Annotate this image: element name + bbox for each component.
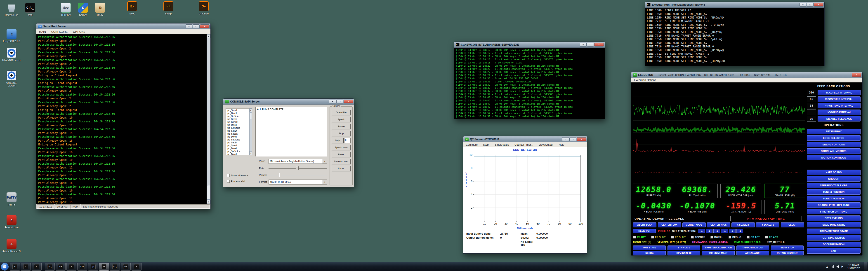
action-center-icon[interactable]: ⚑ bbox=[841, 265, 843, 268]
close-button[interactable]: × bbox=[814, 3, 824, 6]
feedback-value-field[interactable]: 65 bbox=[807, 96, 816, 102]
open-file-button[interactable]: Open File bbox=[332, 110, 350, 115]
rpc-list-item[interactable]: rpc_SetSr bbox=[227, 118, 249, 121]
close-button[interactable]: × bbox=[577, 137, 586, 141]
rpc-list-item[interactable]: rpc_SetVoice bbox=[227, 115, 249, 118]
menu-item[interactable]: CONFIGURE bbox=[51, 30, 68, 34]
scan-button[interactable]: ABORT SCAN bbox=[633, 223, 656, 228]
desktop-icon-recycle-bin[interactable]: Recycle Bin bbox=[2, 3, 21, 16]
tool-button[interactable]: DOCUMENTATION bbox=[807, 242, 861, 247]
rpc-call-listbox[interactable]: ▲ ▼ rpc_Speakrpc_Dwellrpc_SetVoicerpc_Se… bbox=[225, 108, 252, 155]
state-checkbox[interactable]: FB ACT bbox=[765, 236, 778, 238]
process-xml-checkbox[interactable]: Process XML bbox=[227, 180, 246, 183]
tool-button[interactable]: XAFS SCANS bbox=[807, 170, 861, 175]
feedback-value-field[interactable]: 300 bbox=[807, 90, 816, 95]
volume-icon[interactable] bbox=[836, 265, 839, 268]
desktop-icon-graphedit[interactable]: Ge GraphEd bbox=[193, 1, 214, 15]
sapi-titlebar[interactable]: ♪ CONSOLE SAPI Server – □ × bbox=[223, 99, 354, 105]
rpc-list-item[interactable]: rpc_Speak bbox=[227, 109, 249, 112]
scroll-up-icon[interactable]: ▲ bbox=[207, 34, 211, 38]
tool-button[interactable]: DPT LEVELING bbox=[807, 215, 861, 221]
tool-button[interactable]: RECOVER TUNE STATE bbox=[807, 229, 861, 234]
chevron-down-icon[interactable]: ▼ bbox=[322, 159, 327, 164]
window-taskbar-button[interactable]: Ex bbox=[99, 263, 109, 271]
control-button[interactable]: MI2 SCINT MAST bbox=[702, 251, 735, 256]
scan-button[interactable]: Y SCALE: 5 bbox=[756, 223, 779, 228]
control-button[interactable]: ROTARY SHUTTER bbox=[771, 251, 804, 256]
desktop-icon-acrobat[interactable]: a Acrobat.com bbox=[2, 215, 21, 229]
tool-button[interactable]: GET RING STATUS bbox=[807, 235, 861, 240]
listbox-scrollbar[interactable]: ▲ ▼ bbox=[249, 108, 252, 155]
state-checkbox[interactable]: FE SHUT bbox=[651, 236, 666, 238]
close-button[interactable]: × bbox=[200, 24, 210, 28]
control-button[interactable]: SYN VOICE bbox=[668, 245, 700, 250]
redis-titlebar[interactable]: C:\ C:\NEWCON_INTEL\BIN\REDIS-SERVER.EXE… bbox=[454, 42, 604, 48]
maximize-button[interactable]: □ bbox=[336, 100, 343, 103]
tool-button[interactable]: FINE PITCH DPT TUNE bbox=[807, 209, 861, 214]
minimize-button[interactable]: – bbox=[186, 24, 192, 28]
desktop-icon-putty[interactable]: PuTTY PuTTY bbox=[2, 193, 21, 206]
desktop-icon-tftpsrv[interactable]: Srv TFTPSrv bbox=[57, 3, 75, 16]
executor-titlebar[interactable]: E EXECUTOR Current Script: C:\CONHEAP\KO… bbox=[631, 72, 862, 78]
maximize-button[interactable]: □ bbox=[193, 24, 199, 28]
desktop-icon-exec[interactable]: Ex Exec bbox=[122, 1, 143, 15]
checkbox-icon[interactable] bbox=[710, 236, 713, 238]
minimize-button[interactable]: – bbox=[800, 3, 806, 6]
control-button[interactable]: BEAM STOP bbox=[771, 245, 804, 250]
attenuation-value-box[interactable]: -1 bbox=[737, 229, 743, 233]
attenuation-value-box[interactable]: -1 bbox=[706, 229, 712, 233]
desktop-icon-cmd[interactable]: C:\_ cmd bbox=[21, 3, 39, 16]
menu-item[interactable]: Help bbox=[558, 143, 565, 146]
close-button[interactable]: × bbox=[344, 100, 353, 103]
desktop-icon-interp[interactable]: Int Interp bbox=[158, 1, 179, 15]
menu-execution-options[interactable]: Execution Options bbox=[633, 78, 656, 82]
menu-item[interactable]: View/Output bbox=[538, 143, 554, 146]
attenuation-value-box[interactable]: -1 bbox=[698, 229, 705, 233]
control-button[interactable]: DEBUG bbox=[633, 251, 666, 256]
network-icon[interactable] bbox=[831, 265, 834, 268]
feedback-value-field[interactable]: 35 bbox=[807, 103, 816, 108]
rpc-list-item[interactable]: rpc_Dwell bbox=[227, 147, 249, 150]
pinned-app-button[interactable]: e bbox=[32, 263, 41, 271]
control-button[interactable]: SHUTTER CALIBRATION bbox=[702, 245, 735, 250]
checkbox-icon[interactable] bbox=[671, 236, 674, 238]
rpc-list-item[interactable]: rpc_SetVoice bbox=[227, 150, 249, 153]
window-taskbar-button[interactable]: N bbox=[131, 263, 142, 271]
tool-button[interactable]: CHOOCH bbox=[807, 176, 861, 181]
minimize-button[interactable]: – bbox=[562, 137, 569, 141]
maximize-button[interactable]: □ bbox=[569, 137, 576, 141]
skip-spinner[interactable]: 0 bbox=[344, 138, 350, 143]
slider-thumb[interactable] bbox=[296, 166, 299, 170]
rate-slider[interactable] bbox=[269, 166, 327, 170]
control-button[interactable]: ATTENUATOR bbox=[737, 251, 769, 256]
show-desktop-button[interactable] bbox=[864, 262, 867, 271]
state-checkbox[interactable]: TOPOFF bbox=[691, 236, 705, 238]
diag-log-terminal[interactable]: LINE 1586 REDIS_TRIGGER 2?LINE 1650 RING… bbox=[645, 8, 825, 66]
control-button[interactable]: BPM GAIN: HI bbox=[668, 251, 700, 256]
chevron-down-icon[interactable]: ▼ bbox=[322, 180, 327, 184]
maximize-button[interactable]: □ bbox=[587, 43, 594, 46]
serial-log-terminal[interactable]: ▲ ▼ Passphrase Authorization Success: 16… bbox=[36, 34, 211, 204]
window-taskbar-button[interactable]: C:\ bbox=[110, 263, 120, 271]
state-checkbox[interactable]: READY bbox=[633, 236, 646, 238]
qt-titlebar[interactable]: Q QT Server - DTRSM011 – □ × bbox=[463, 136, 587, 142]
pinned-app-button[interactable]: E bbox=[10, 263, 20, 271]
minimize-button[interactable]: – bbox=[580, 43, 587, 46]
rpc-list-item[interactable]: rpc_SetSr bbox=[227, 141, 249, 144]
taskbar-clock[interactable]: 10:18 AM 10/13/2012 bbox=[846, 264, 862, 270]
operation-button[interactable]: ENERGY OPTIONS bbox=[807, 142, 861, 147]
state-checkbox[interactable]: ES SHUT bbox=[671, 236, 686, 238]
control-button[interactable]: OMS STATE bbox=[633, 245, 666, 250]
scroll-thumb[interactable] bbox=[250, 112, 252, 119]
window-taskbar-button[interactable]: C:\ bbox=[45, 263, 55, 271]
volume-slider[interactable] bbox=[269, 173, 327, 177]
redis-log-terminal[interactable]: [15041] 13 Oct 10:18:12 - DB 0: 104 keys… bbox=[454, 48, 604, 119]
rpc-list-item[interactable]: rpc_Dwell bbox=[227, 124, 249, 127]
redis-put-button[interactable]: REDIS PUT bbox=[633, 229, 656, 233]
window-taskbar-button[interactable]: SP bbox=[56, 263, 66, 271]
feedback-button[interactable]: X POS TUNE INTERVAL bbox=[817, 96, 861, 102]
desktop-icon-adobe-reader[interactable]: A Adobe Reader 9 bbox=[2, 239, 21, 253]
pinned-app-button[interactable]: ► bbox=[21, 263, 31, 271]
rpc-list-item[interactable]: rpc_Dwell bbox=[227, 153, 249, 155]
feedback-button[interactable]: Y POS TUNE INTERVAL bbox=[817, 103, 861, 108]
